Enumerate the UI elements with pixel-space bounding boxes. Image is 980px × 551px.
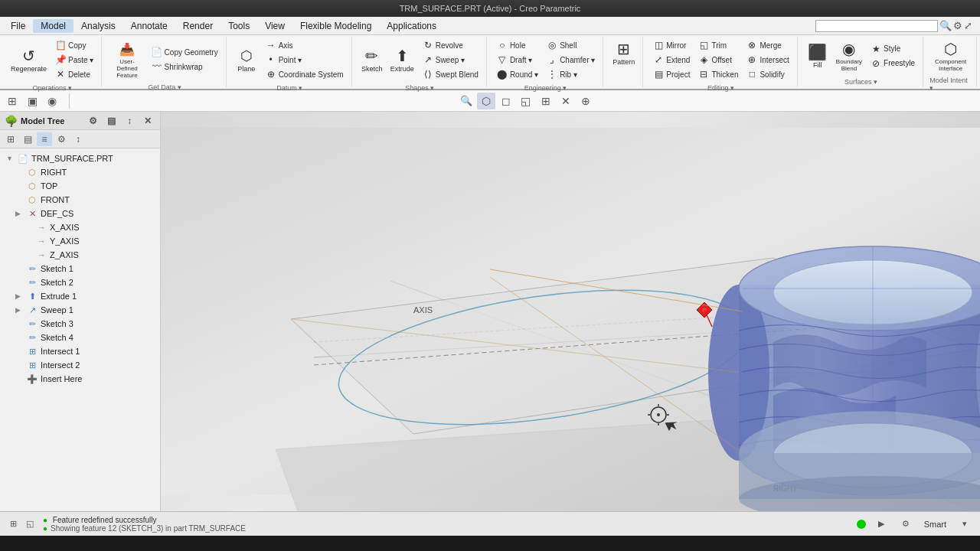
btn-paste[interactable]: 📌 Paste ▾ xyxy=(51,53,96,67)
tree-item-sketch4[interactable]: ✏ Sketch 4 xyxy=(0,331,160,344)
btn-regenerate[interactable]: ↺ Regenerate xyxy=(8,45,50,74)
sidebar-tool-2[interactable]: ▤ xyxy=(20,132,35,146)
search-icon[interactable]: 🔍 xyxy=(939,20,952,31)
btn-plane[interactable]: ⬡ Plane xyxy=(233,45,260,74)
sidebar-sort-btn[interactable]: ↕ xyxy=(122,114,137,128)
btn-project[interactable]: ▤ Project xyxy=(649,67,693,81)
btn-merge[interactable]: ⊗ Merge xyxy=(743,38,792,52)
viewport[interactable]: AXIS RIGHT xyxy=(161,112,980,511)
axis-icon: → xyxy=(265,39,277,51)
tree-item-zaxis[interactable]: → Z_AXIS xyxy=(0,248,160,262)
btn-intersect[interactable]: ⊕ Intersect xyxy=(743,53,792,67)
sidebar-filter-btn[interactable]: ⚙ xyxy=(85,114,100,128)
btn-copy[interactable]: 📋 Copy xyxy=(51,38,96,52)
btn-extrude[interactable]: ⬆ Extrude xyxy=(387,45,417,74)
btn-coordinate-system[interactable]: ⊕ Coordinate System xyxy=(262,67,347,81)
view-btn-orient5[interactable]: ✕ xyxy=(557,93,575,109)
revolve-icon: ↻ xyxy=(422,39,434,51)
search-input[interactable] xyxy=(815,20,938,32)
btn-delete[interactable]: ✕ Delete xyxy=(51,67,96,81)
btn-swept-blend[interactable]: ⟨⟩ Swept Blend xyxy=(419,67,482,81)
btn-boundary-blend[interactable]: ◉ BoundaryBlend xyxy=(833,38,865,73)
sidebar-close-btn[interactable]: ✕ xyxy=(140,114,155,128)
view-btn-orient4[interactable]: ⊞ xyxy=(537,93,555,109)
tb-btn-2[interactable]: ▣ xyxy=(23,93,41,109)
btn-hole[interactable]: ○ Hole xyxy=(493,38,541,52)
menu-file[interactable]: File xyxy=(3,19,33,33)
tb-btn-1[interactable]: ⊞ xyxy=(3,93,21,109)
sidebar-tool-3[interactable]: ≡ xyxy=(37,132,52,146)
tree-item-sketch2[interactable]: ✏ Sketch 2 xyxy=(0,276,160,289)
menu-view[interactable]: View xyxy=(257,19,292,33)
btn-sketch[interactable]: ✏ Sketch xyxy=(358,45,386,74)
status-icon-2[interactable]: ◱ xyxy=(23,517,37,531)
status-icon-1[interactable]: ⊞ xyxy=(6,517,20,531)
view-btn-orient6[interactable]: ⊕ xyxy=(577,93,595,109)
plane-right-icon: ⬡ xyxy=(26,166,38,178)
menu-tools[interactable]: Tools xyxy=(220,19,257,33)
btn-freestyle[interactable]: ⊘ Freestyle xyxy=(867,57,918,70)
round-icon: ⬤ xyxy=(496,68,508,80)
tree-item-sketch1[interactable]: ✏ Sketch 1 xyxy=(0,262,160,276)
btn-round[interactable]: ⬤ Round ▾ xyxy=(493,67,541,81)
menu-annotate[interactable]: Annotate xyxy=(123,19,175,33)
ribbon-group-model-intent: ⬡ ComponentInterface Model Intent ▾ xyxy=(925,37,977,87)
smart-dropdown[interactable]: ▾ xyxy=(956,516,974,533)
view-btn-zoom[interactable]: 🔍 xyxy=(457,93,475,109)
btn-fill[interactable]: ⬛ Fill xyxy=(804,41,831,70)
tree-item-top[interactable]: ⬡ TOP xyxy=(0,179,160,193)
btn-chamfer[interactable]: ⌟ Chamfer ▾ xyxy=(543,53,598,67)
settings-icon[interactable]: ⚙ xyxy=(953,20,962,31)
btn-trim[interactable]: ◱ Trim xyxy=(694,38,741,52)
tree-item-root[interactable]: ▼ 📄 TRM_SURFACE.PRT xyxy=(0,152,160,165)
expand-icon[interactable]: ⤢ xyxy=(964,20,972,31)
menu-applications[interactable]: Applications xyxy=(379,19,444,33)
chamfer-icon: ⌟ xyxy=(546,54,558,66)
btn-component-interface[interactable]: ⬡ ComponentInterface xyxy=(932,38,969,73)
tree-item-xaxis[interactable]: → X_AXIS xyxy=(0,220,160,234)
sidebar-expand-btn[interactable]: ▤ xyxy=(103,114,119,128)
btn-solidify[interactable]: □ Solidify xyxy=(743,67,792,81)
btn-sweep[interactable]: ↗ Sweep ▾ xyxy=(419,53,482,67)
btn-axis[interactable]: → Axis xyxy=(262,38,347,52)
sketch-icon: ✏ xyxy=(363,47,381,65)
tb-btn-3[interactable]: ◉ xyxy=(43,93,61,109)
btn-copy-geometry[interactable]: 📄 Copy Geometry xyxy=(148,45,221,59)
btn-mirror[interactable]: ◫ Mirror xyxy=(649,38,693,52)
menu-render[interactable]: Render xyxy=(175,19,220,33)
btn-style[interactable]: ★ Style xyxy=(867,42,918,56)
btn-revolve[interactable]: ↻ Revolve xyxy=(419,38,482,52)
tree-item-yaxis[interactable]: → Y_AXIS xyxy=(0,234,160,248)
tree-item-intersect1[interactable]: ⊞ Intersect 1 xyxy=(0,344,160,358)
btn-user-defined-feature[interactable]: 📥 User-DefinedFeature xyxy=(108,38,145,80)
menu-analysis[interactable]: Analysis xyxy=(74,19,123,33)
btn-extend[interactable]: ⤢ Extend xyxy=(649,53,693,67)
tree-item-defcs[interactable]: ▶ ✕ DEF_CS xyxy=(0,207,160,220)
view-btn-orient2[interactable]: ◻ xyxy=(497,93,515,109)
tree-item-sweep1[interactable]: ▶ ↗ Sweep 1 xyxy=(0,303,160,317)
tree-item-intersect2[interactable]: ⊞ Intersect 2 xyxy=(0,358,160,372)
btn-shrinkwrap[interactable]: 〰 Shrinkwrap xyxy=(148,60,221,73)
btn-draft[interactable]: ▽ Draft ▾ xyxy=(493,53,541,67)
btn-shell[interactable]: ◎ Shell xyxy=(543,38,598,52)
tree-item-front[interactable]: ⬡ FRONT xyxy=(0,193,160,207)
tree-item-insert[interactable]: ➕ Insert Here xyxy=(0,372,160,386)
menu-model[interactable]: Model xyxy=(33,19,74,33)
extrude1-icon: ⬆ xyxy=(26,290,38,302)
sidebar-tool-4[interactable]: ⚙ xyxy=(54,132,69,146)
sidebar-tool-1[interactable]: ⊞ xyxy=(3,132,18,146)
tree-item-right[interactable]: ⬡ RIGHT xyxy=(0,165,160,179)
tree-item-sketch3[interactable]: ✏ Sketch 3 xyxy=(0,317,160,331)
view-btn-orient1[interactable]: ⬡ xyxy=(477,93,495,109)
tree-item-extrude1[interactable]: ▶ ⬆ Extrude 1 xyxy=(0,289,160,303)
btn-pattern[interactable]: ⊞ Pattern xyxy=(609,38,638,67)
menu-flexible-modeling[interactable]: Flexible Modeling xyxy=(292,19,379,33)
status-right-btn2[interactable]: ⚙ xyxy=(897,516,915,533)
view-btn-orient3[interactable]: ◱ xyxy=(517,93,535,109)
btn-point[interactable]: • Point ▾ xyxy=(262,53,347,67)
btn-thicken[interactable]: ⊟ Thicken xyxy=(694,67,741,81)
sidebar-tool-5[interactable]: ↕ xyxy=(70,132,86,146)
btn-offset[interactable]: ◈ Offset xyxy=(694,53,741,67)
status-right-btn1[interactable]: ▶ xyxy=(872,516,890,533)
btn-rib[interactable]: ⋮ Rib ▾ xyxy=(543,67,598,81)
